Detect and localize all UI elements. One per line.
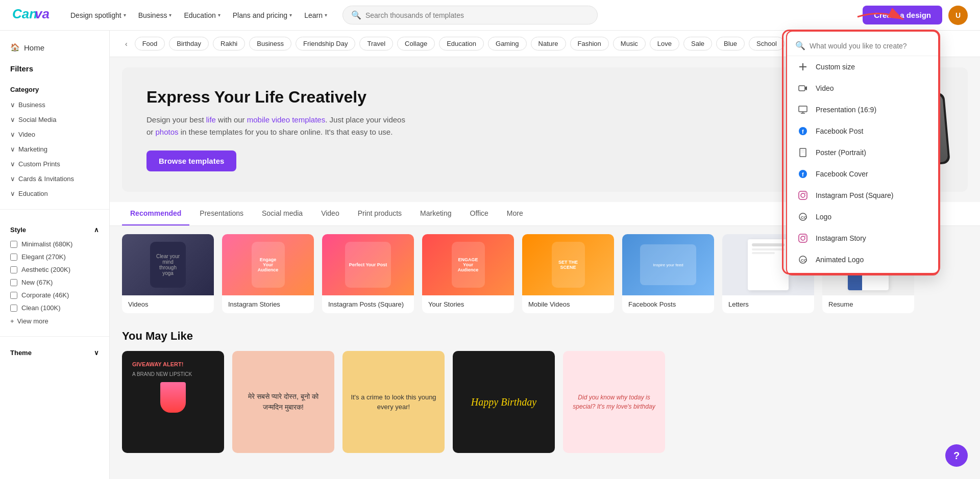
- hero-link-mobile[interactable]: mobile video templates: [247, 115, 325, 124]
- tab-marketing[interactable]: Marketing: [412, 202, 459, 225]
- dropdown-item-animated-logo[interactable]: CO Animated Logo: [787, 249, 938, 270]
- svg-text:Can: Can: [12, 6, 37, 21]
- tag-gaming[interactable]: Gaming: [488, 37, 527, 51]
- may-like-card-3[interactable]: Happy Birthday: [453, 351, 555, 453]
- style-new[interactable]: New (67K): [0, 276, 109, 289]
- tag-business[interactable]: Business: [249, 37, 291, 51]
- nav-business[interactable]: Business ▾: [133, 8, 177, 22]
- dropdown-search-input[interactable]: [810, 42, 930, 50]
- clean-checkbox[interactable]: [10, 305, 17, 312]
- template-card-fb-posts[interactable]: Inspire your feed Facebook Posts: [622, 234, 714, 313]
- corporate-checkbox[interactable]: [10, 292, 17, 299]
- new-checkbox[interactable]: [10, 279, 17, 286]
- sidebar-item-education[interactable]: ∨ Education: [0, 186, 109, 201]
- tab-more[interactable]: More: [499, 202, 531, 225]
- tag-blue[interactable]: Blue: [716, 37, 745, 51]
- chevron-icon: ▾: [124, 12, 126, 18]
- svg-text:CO: CO: [801, 215, 807, 220]
- tag-sale[interactable]: Sale: [683, 37, 712, 51]
- tab-presentations[interactable]: Presentations: [191, 202, 252, 225]
- sidebar-item-cards-invitations[interactable]: ∨ Cards & Invitations: [0, 171, 109, 186]
- template-card-videos[interactable]: Clear your mind through yoga Videos: [122, 234, 214, 313]
- sidebar-item-custom-prints[interactable]: ∨ Custom Prints: [0, 157, 109, 171]
- you-may-like-section: You May Like GIVEAWAY ALERT! A BRAND NEW…: [110, 325, 980, 465]
- hero-title: Express Your Life Creatively: [146, 88, 412, 107]
- style-minimalist[interactable]: Minimalist (680K): [0, 238, 109, 250]
- elegant-checkbox[interactable]: [10, 254, 17, 261]
- style-corporate[interactable]: Corporate (46K): [0, 289, 109, 301]
- category-title: Category: [0, 78, 109, 97]
- svg-point-26: [805, 236, 806, 237]
- tag-friendship-day[interactable]: Friendship Day: [296, 37, 355, 51]
- template-card-insta-stories[interactable]: Engage Your Audience Instagram Stories: [222, 234, 314, 313]
- dropdown-item-facebook-cover[interactable]: f Facebook Cover: [787, 163, 938, 185]
- chevron-icon: ∨: [10, 145, 15, 153]
- aesthetic-checkbox[interactable]: [10, 266, 17, 273]
- theme-section: Theme ∨: [0, 341, 109, 365]
- dropdown-item-presentation[interactable]: Presentation (16:9): [787, 99, 938, 120]
- sidebar-item-social-media[interactable]: ∨ Social Media: [0, 112, 109, 127]
- style-clean[interactable]: Clean (100K): [0, 301, 109, 314]
- tag-education[interactable]: Education: [439, 37, 484, 51]
- dropdown-item-video[interactable]: Video: [787, 78, 938, 99]
- tag-fashion[interactable]: Fashion: [570, 37, 609, 51]
- svg-rect-24: [799, 234, 807, 242]
- sidebar-home[interactable]: 🏠 Home: [0, 39, 109, 56]
- may-like-card-4[interactable]: Did you know why today is special? It's …: [563, 351, 665, 453]
- tag-collage[interactable]: Collage: [397, 37, 435, 51]
- thumbnail-insta-stories: Engage Your Audience: [222, 234, 314, 295]
- search-input[interactable]: [365, 11, 589, 19]
- template-card-mobile-videos[interactable]: SET THE SCENE Mobile Videos: [522, 234, 614, 313]
- dropdown-item-facebook-post[interactable]: f Facebook Post: [787, 120, 938, 142]
- template-card-your-stories[interactable]: ENGAGE Your Audience Your Stories: [422, 234, 514, 313]
- create-design-button[interactable]: Create a design: [863, 6, 942, 24]
- dropdown-item-logo[interactable]: CO Logo: [787, 206, 938, 228]
- search-bar[interactable]: 🔍: [342, 6, 598, 24]
- sidebar-item-video[interactable]: ∨ Video: [0, 127, 109, 142]
- avatar[interactable]: U: [948, 6, 968, 25]
- hero-content: Express Your Life Creatively Design your…: [146, 88, 412, 171]
- tab-print-products[interactable]: Print products: [350, 202, 410, 225]
- tab-recommended[interactable]: Recommended: [122, 202, 189, 225]
- canva-logo[interactable]: Can va: [12, 5, 53, 25]
- style-elegant[interactable]: Elegant (270K): [0, 250, 109, 263]
- logo-icon: CO: [797, 211, 808, 222]
- dropdown-search-area: 🔍: [787, 36, 938, 56]
- tag-nature[interactable]: Nature: [531, 37, 566, 51]
- sidebar-item-marketing[interactable]: ∨ Marketing: [0, 142, 109, 157]
- nav-design-spotlight[interactable]: Design spotlight ▾: [65, 8, 131, 22]
- may-like-card-2[interactable]: It's a crime to look this young every ye…: [342, 351, 445, 453]
- may-like-card-1[interactable]: मेरे सबसे प्यारे दोस्त, बूनो को जन्मदिन …: [232, 351, 334, 453]
- tag-music[interactable]: Music: [613, 37, 646, 51]
- hero-link-life[interactable]: life: [206, 115, 216, 124]
- template-label-insta-stories: Instagram Stories: [222, 295, 314, 313]
- nav-learn[interactable]: Learn ▾: [299, 8, 332, 22]
- tags-prev-button[interactable]: ‹: [122, 38, 131, 50]
- template-card-insta-posts[interactable]: Perfect Your Post Instagram Posts (Squar…: [322, 234, 414, 313]
- view-more-styles[interactable]: + View more: [0, 314, 109, 328]
- tab-social-media[interactable]: Social media: [254, 202, 311, 225]
- browse-templates-button[interactable]: Browse templates: [146, 150, 236, 171]
- dropdown-item-poster[interactable]: Poster (Portrait): [787, 142, 938, 163]
- nav-plans[interactable]: Plans and pricing ▾: [228, 8, 297, 22]
- thumbnail-fb-posts: Inspire your feed: [622, 234, 714, 295]
- tag-school[interactable]: School: [749, 37, 785, 51]
- tab-video[interactable]: Video: [313, 202, 348, 225]
- dropdown-item-custom-size[interactable]: Custom size: [787, 56, 938, 78]
- hero-link-photos[interactable]: photos: [156, 128, 179, 136]
- sidebar-item-business[interactable]: ∨ Business: [0, 97, 109, 112]
- dropdown-item-instagram-post[interactable]: Instagram Post (Square): [787, 185, 938, 206]
- you-may-like-title: You May Like: [122, 330, 968, 343]
- tag-rakhi[interactable]: Rakhi: [213, 37, 245, 51]
- dropdown-item-instagram-story[interactable]: Instagram Story: [787, 228, 938, 249]
- tag-birthday[interactable]: Birthday: [169, 37, 209, 51]
- tag-love[interactable]: Love: [650, 37, 679, 51]
- nav-education[interactable]: Education ▾: [179, 8, 225, 22]
- tab-office[interactable]: Office: [462, 202, 497, 225]
- tag-food[interactable]: Food: [135, 37, 165, 51]
- minimalist-checkbox[interactable]: [10, 241, 17, 248]
- help-button[interactable]: ?: [945, 444, 968, 467]
- style-aesthetic[interactable]: Aesthetic (200K): [0, 263, 109, 276]
- tag-travel[interactable]: Travel: [359, 37, 393, 51]
- may-like-card-0[interactable]: GIVEAWAY ALERT! A BRAND NEW LIPSTICK: [122, 351, 224, 453]
